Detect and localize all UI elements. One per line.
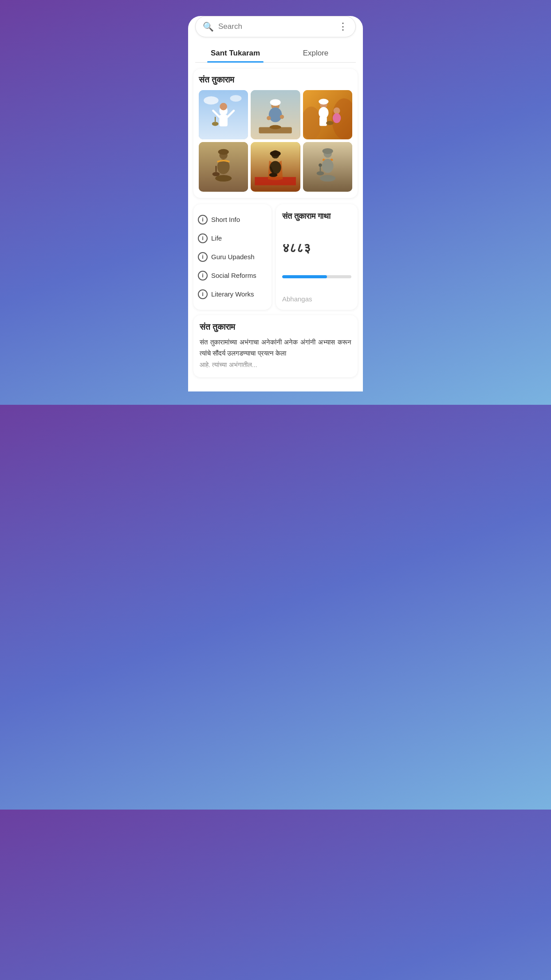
progress-bar-background [282,275,351,278]
image-grid [199,90,352,192]
info-icon-guru-upadesh: i [198,252,208,262]
info-card: संत तुकाराम गाथा ४८८३ Abhangas [276,204,358,310]
image-4[interactable] [199,142,248,191]
svg-point-27 [326,121,334,125]
svg-point-38 [270,151,281,157]
main-content: 🔍 ⋮ Sant Tukaram Explore संत तुकाराम [188,16,363,391]
menu-label-life: Life [211,234,222,242]
svg-point-12 [270,99,281,106]
text-body-faded: आहे. त्यांच्या अभंगातील... [200,359,351,371]
info-card-title: संत तुकाराम गाथा [282,211,351,221]
search-input[interactable] [218,22,338,31]
search-icon: 🔍 [203,21,214,32]
images-section-card: संत तुकाराम [193,69,358,198]
svg-point-34 [215,175,232,182]
menu-label-literary-works: Literary Works [211,290,254,298]
svg-point-14 [267,116,271,120]
menu-label-short-info: Short Info [211,216,240,223]
more-options-icon[interactable]: ⋮ [338,21,348,32]
svg-point-48 [319,164,322,167]
svg-point-5 [220,103,227,111]
info-icon-social-reforms: i [198,271,208,281]
svg-point-30 [218,149,229,155]
tab-bar: Sant Tukaram Explore [195,44,356,63]
text-section-card: संत तुकाराम संत तुकारामांच्या अभंगाचा अन… [193,315,358,378]
svg-point-46 [316,171,324,175]
svg-point-13 [269,107,282,122]
svg-point-15 [280,115,284,119]
phone-shell: 🔍 ⋮ Sant Tukaram Explore संत तुकाराम [184,0,367,405]
menu-item-literary-works[interactable]: i Literary Works [198,285,267,304]
menu-item-social-reforms[interactable]: i Social Reforms [198,266,267,285]
tab-explore[interactable]: Explore [276,44,356,62]
svg-point-45 [322,159,333,173]
image-1[interactable] [199,90,248,139]
image-2[interactable] [251,90,300,139]
image-6[interactable] [303,142,352,191]
menu-label-guru-upadesh: Guru Upadesh [211,253,255,261]
svg-point-26 [332,113,341,123]
svg-point-49 [320,175,335,182]
svg-rect-23 [319,117,327,126]
two-col-section: i Short Info i Life i Guru Upadesh i Soc… [193,204,358,310]
svg-point-32 [213,172,220,176]
svg-rect-4 [219,115,228,126]
info-number: ४८८३ [282,241,351,256]
svg-point-24 [319,99,328,104]
svg-point-25 [333,107,340,114]
svg-point-8 [212,122,219,126]
menu-item-short-info[interactable]: i Short Info [198,210,267,229]
image-5[interactable] [251,142,300,191]
info-icon-literary-works: i [198,289,208,299]
image-3[interactable] [303,90,352,139]
text-body: संत तुकारामांच्या अभंगाचा अनेकांनी अनेक … [200,336,351,359]
svg-point-17 [270,125,281,129]
abhangas-label: Abhangas [282,295,351,303]
menu-item-guru-upadesh[interactable]: i Guru Upadesh [198,248,267,266]
search-bar[interactable]: 🔍 ⋮ [195,16,356,37]
svg-point-40 [269,173,278,177]
progress-bar-fill [282,275,327,278]
svg-point-44 [322,148,333,154]
info-icon-short-info: i [198,215,208,225]
tab-sant-tukaram[interactable]: Sant Tukaram [195,44,276,62]
text-section-title: संत तुकाराम [200,322,351,332]
svg-point-22 [319,107,328,119]
menu-card: i Short Info i Life i Guru Upadesh i Soc… [193,204,272,310]
svg-point-1 [204,96,218,105]
svg-point-2 [230,95,242,102]
info-icon-life: i [198,233,208,243]
images-section-title: संत तुकाराम [199,75,352,85]
menu-label-social-reforms: Social Reforms [211,272,256,279]
menu-item-life[interactable]: i Life [198,229,267,248]
